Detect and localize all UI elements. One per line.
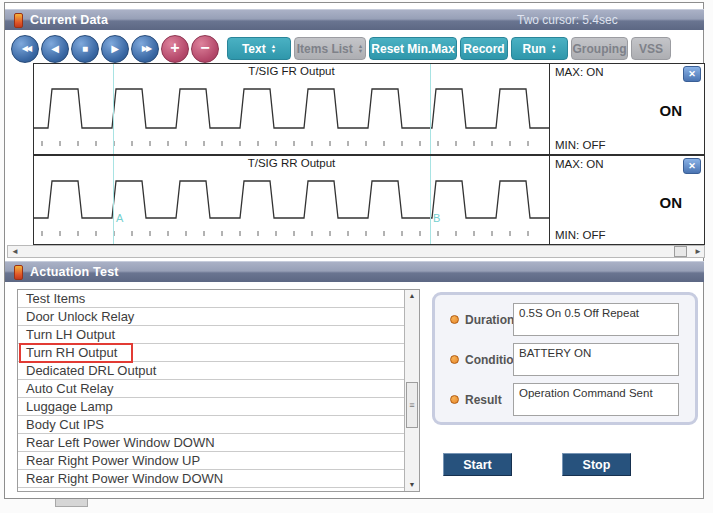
cursor-b-line[interactable] — [430, 64, 431, 154]
result-value: Operation Command Sent — [513, 383, 679, 416]
stop-button[interactable]: ■ — [71, 35, 99, 63]
cursor-a-label: A — [116, 212, 123, 224]
record-button[interactable]: Record — [460, 37, 508, 60]
result-label: Result — [450, 383, 502, 416]
test-item-row[interactable]: Turn RH Output — [18, 344, 405, 362]
step-back-icon: ◀ — [51, 44, 59, 54]
fast-forward-icon: ▶▶ — [142, 45, 150, 53]
cursor-a-line[interactable] — [113, 156, 114, 244]
stop-icon: ■ — [82, 44, 88, 54]
scroll-up-icon[interactable]: ▲ — [405, 291, 419, 301]
current-data-titlebar: Current Data Two cursor: 5.4sec — [5, 9, 704, 30]
max-label: MAX: ON — [555, 66, 604, 78]
step-forward-button[interactable]: ▶ — [101, 35, 129, 63]
test-item-row[interactable]: Turn LH Output — [18, 326, 405, 344]
current-value: ON — [660, 102, 683, 119]
zoom-out-button[interactable]: − — [191, 35, 219, 63]
vss-button[interactable]: VSS — [631, 37, 671, 60]
duration-label: Duration — [450, 303, 514, 336]
current-value: ON — [660, 194, 683, 211]
bullet-icon — [450, 315, 459, 324]
bullet-icon — [450, 355, 459, 364]
field-label-text: Duration — [465, 313, 514, 327]
run-button[interactable]: Run▲▼ — [511, 37, 568, 60]
two-cursor-status: Two cursor: 5.4sec — [517, 13, 618, 27]
cursor-b-line[interactable] — [430, 156, 431, 244]
selection-outline — [19, 343, 133, 363]
list-header: Test Items — [18, 290, 405, 308]
fast-rewind-button[interactable]: ◀◀ — [11, 35, 39, 63]
app-flame-icon — [14, 13, 23, 28]
text-button[interactable]: Text▲▼ — [227, 37, 291, 60]
actuation-title: Actuation Test — [30, 265, 119, 279]
stop-button[interactable]: Stop — [562, 453, 631, 476]
scroll-down-icon[interactable]: ▼ — [405, 480, 419, 490]
scroll-right-icon[interactable]: ► — [694, 247, 702, 257]
min-label: MIN: OFF — [555, 139, 605, 151]
button-label: Grouping — [573, 42, 627, 56]
max-label: MAX: ON — [555, 158, 604, 170]
cursor-a-line[interactable] — [113, 64, 114, 154]
button-label: Reset Min.Max — [371, 42, 454, 56]
vscroll-thumb[interactable]: ≡ — [406, 382, 418, 428]
stepper-arrows-icon: ▲▼ — [271, 44, 276, 53]
waveform-hscrollbar[interactable]: ◄ ► — [7, 245, 705, 258]
items-list-button[interactable]: Items List▲▼ — [294, 37, 366, 60]
test-item-row[interactable]: Auto Cut Relay — [18, 380, 405, 398]
scope-info-panel: MAX: ONONMIN: OFF✕ — [549, 64, 704, 154]
toolbar-buttons: Text▲▼Items List▲▼Reset Min.MaxRecordRun… — [227, 37, 671, 60]
waveform-plot — [34, 156, 549, 244]
step-back-button[interactable]: ◀ — [41, 35, 69, 63]
test-item-row[interactable]: Rear Right Power Window DOWN — [18, 470, 405, 488]
scope-info-panel: MAX: ONONMIN: OFF✕ — [549, 156, 704, 244]
bottom-tab — [55, 499, 88, 507]
test-items-list: Test ItemsDoor Unlock RelayTurn LH Outpu… — [17, 289, 420, 492]
playback-controls: ◀◀◀■▶▶▶+− — [11, 35, 219, 63]
scope-t-sig-fr-output: T/SIG FR OutputMAX: ONONMIN: OFF✕ — [33, 63, 705, 155]
zoom-in-button[interactable]: + — [161, 35, 189, 63]
scope-t-sig-rr-output: T/SIG RR OutputABMAX: ONONMIN: OFF✕ — [33, 155, 705, 245]
test-item-row[interactable]: Rear Power Window LOCK — [18, 488, 405, 491]
button-label: Items List — [297, 42, 353, 56]
bullet-icon — [450, 395, 459, 404]
button-label: Run — [523, 42, 546, 56]
test-item-row[interactable]: Luggage Lamp — [18, 398, 405, 416]
list-scrollbar[interactable]: ▲ ≡ ▼ — [404, 290, 419, 491]
step-forward-icon: ▶ — [111, 44, 119, 54]
hscroll-thumb[interactable] — [674, 246, 687, 257]
screen: Current Data Two cursor: 5.4sec ◀◀◀■▶▶▶+… — [0, 0, 713, 513]
test-item-row[interactable]: Door Unlock Relay — [18, 308, 405, 326]
scope-title: T/SIG FR Output — [34, 65, 549, 77]
stepper-arrows-icon: ▲▼ — [358, 44, 363, 53]
test-item-row[interactable]: Rear Right Power Window UP — [18, 452, 405, 470]
waveform-plot — [34, 64, 549, 154]
fast-forward-button[interactable]: ▶▶ — [131, 35, 159, 63]
zoom-out-icon: − — [200, 40, 209, 56]
scope-title: T/SIG RR Output — [34, 157, 549, 169]
conditions-value: BATTERY ON — [513, 343, 679, 376]
window-title: Current Data — [30, 13, 108, 27]
test-item-row[interactable]: Body Cut IPS — [18, 416, 405, 434]
close-scope-button[interactable]: ✕ — [683, 66, 701, 82]
reset-min-max-button[interactable]: Reset Min.Max — [369, 37, 457, 60]
close-scope-button[interactable]: ✕ — [683, 158, 701, 174]
zoom-in-icon: + — [170, 40, 179, 56]
min-label: MIN: OFF — [555, 229, 605, 241]
cursor-b-label: B — [433, 212, 440, 224]
button-label: VSS — [639, 42, 663, 56]
test-item-row[interactable]: Rear Left Power Window DOWN — [18, 434, 405, 452]
app-flame-icon — [14, 265, 23, 280]
grouping-button[interactable]: Grouping — [571, 37, 628, 60]
fast-rewind-icon: ◀◀ — [22, 45, 30, 53]
test-detail-panel: Duration0.5S On 0.5 Off RepeatConditions… — [432, 292, 698, 425]
stepper-arrows-icon: ▲▼ — [551, 44, 556, 53]
scroll-left-icon[interactable]: ◄ — [11, 247, 19, 257]
duration-value: 0.5S On 0.5 Off Repeat — [513, 303, 679, 336]
button-label: Record — [463, 42, 504, 56]
field-label-text: Result — [465, 393, 502, 407]
start-button[interactable]: Start — [443, 453, 512, 476]
button-label: Text — [242, 42, 266, 56]
test-item-row[interactable]: Dedicated DRL Output — [18, 362, 405, 380]
actuation-test-titlebar: Actuation Test — [5, 261, 704, 282]
